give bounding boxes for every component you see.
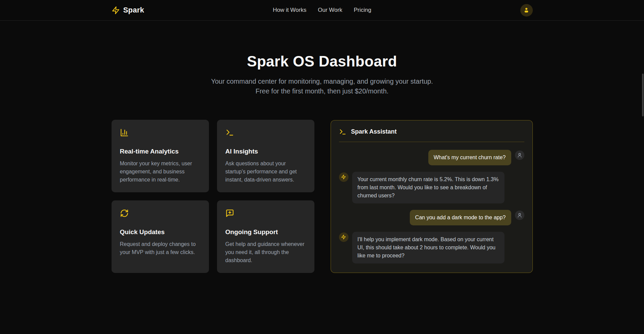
- feature-card-ongoing-support: Ongoing Support Get help and guidance wh…: [217, 200, 314, 273]
- assistant-avatar: [339, 172, 348, 182]
- zap-icon: [341, 234, 346, 240]
- feature-card-realtime-analytics: Real-time Analytics Monitor your key met…: [112, 120, 209, 192]
- feature-description: Ask questions about your startup's perfo…: [225, 160, 306, 184]
- account-avatar-button[interactable]: [520, 4, 533, 17]
- chat-message-user: What's my current churn rate?: [339, 150, 524, 165]
- spark-assistant-panel: Spark Assistant What's my current churn …: [331, 120, 533, 273]
- zap-icon: [112, 6, 120, 15]
- user-avatar: [515, 211, 524, 220]
- feature-title: Real-time Analytics: [120, 148, 201, 155]
- feature-title: Quick Updates: [120, 228, 201, 236]
- user-round-icon: [517, 152, 522, 158]
- chat-message-assistant: Your current monthly churn rate is 5.2%.…: [339, 172, 524, 203]
- nav-links: How it Works Our Work Pricing: [273, 7, 371, 13]
- assistant-panel-title: Spark Assistant: [351, 128, 397, 135]
- chat-message-user: Can you add a dark mode to the app?: [339, 210, 524, 225]
- assistant-panel-header: Spark Assistant: [331, 120, 532, 142]
- terminal-icon: [225, 128, 234, 137]
- chat-messages: What's my current churn rate?: [331, 142, 532, 273]
- brand-name: Spark: [123, 6, 144, 15]
- feature-grid: Real-time Analytics Monitor your key met…: [112, 120, 314, 273]
- nav-link-how-it-works[interactable]: How it Works: [273, 7, 306, 13]
- bar-chart-icon: [120, 128, 129, 137]
- user-avatar: [515, 150, 524, 160]
- feature-card-quick-updates: Quick Updates Request and deploy changes…: [112, 200, 209, 273]
- assistant-message-bubble: I'll help you implement dark mode. Based…: [352, 232, 504, 263]
- zap-icon: [341, 174, 346, 179]
- feature-card-ai-insights: AI Insights Ask questions about your sta…: [217, 120, 314, 192]
- feature-title: AI Insights: [225, 148, 306, 155]
- nav-link-pricing[interactable]: Pricing: [354, 7, 371, 13]
- feature-description: Request and deploy changes to your MVP w…: [120, 240, 201, 256]
- assistant-message-bubble: Your current monthly churn rate is 5.2%.…: [352, 172, 504, 203]
- terminal-icon: [339, 128, 346, 136]
- user-round-icon: [517, 213, 522, 218]
- hero-section: Spark OS Dashboard Your command center f…: [0, 21, 644, 96]
- page-subtitle: Your command center for monitoring, mana…: [204, 77, 440, 96]
- refresh-icon: [120, 209, 129, 218]
- message-square-plus-icon: [225, 209, 234, 218]
- feature-title: Ongoing Support: [225, 228, 306, 236]
- page-scrollbar[interactable]: [642, 74, 644, 116]
- nav-right: [371, 4, 533, 17]
- assistant-avatar: [339, 232, 348, 242]
- chat-message-assistant: I'll help you implement dark mode. Based…: [339, 232, 524, 263]
- user-message-bubble: Can you add a dark mode to the app?: [410, 210, 511, 225]
- user-message-bubble: What's my current churn rate?: [428, 150, 511, 165]
- feature-description: Get help and guidance whenever you need …: [225, 240, 306, 265]
- feature-description: Monitor your key metrics, user engagemen…: [120, 160, 201, 184]
- top-nav: Spark How it Works Our Work Pricing: [0, 0, 644, 21]
- nav-link-our-work[interactable]: Our Work: [318, 7, 342, 13]
- user-icon: [523, 7, 530, 13]
- brand-logo[interactable]: Spark: [112, 6, 273, 15]
- main-content: Real-time Analytics Monitor your key met…: [112, 120, 533, 273]
- nav-container: Spark How it Works Our Work Pricing: [112, 4, 533, 17]
- page-title: Spark OS Dashboard: [0, 53, 644, 70]
